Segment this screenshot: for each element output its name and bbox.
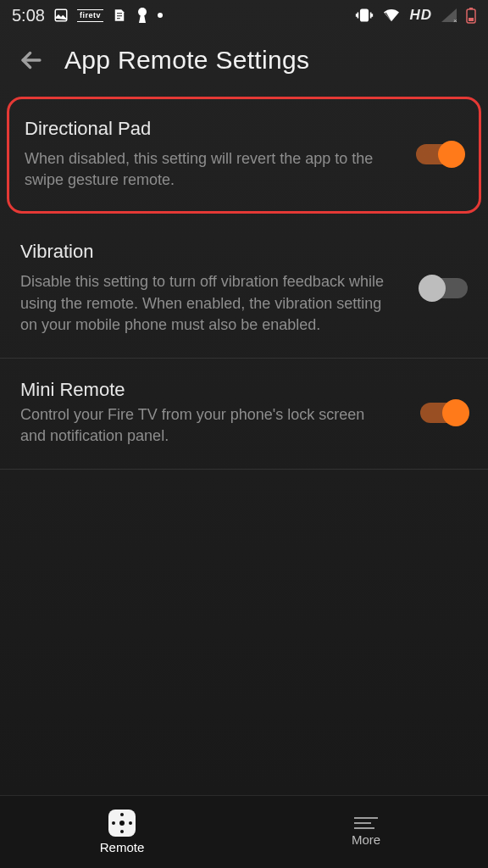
nav-remote-label: Remote <box>100 840 145 854</box>
document-icon <box>112 8 127 23</box>
setting-mini-remote[interactable]: Mini Remote Control your Fire TV from yo… <box>0 359 488 470</box>
setting-description: When disabled, this setting will revert … <box>25 148 397 191</box>
setting-description: Control your Fire TV from your phone's l… <box>20 404 393 447</box>
battery-icon <box>466 7 476 24</box>
remote-icon <box>108 810 136 837</box>
setting-description: Disable this setting to turn off vibrati… <box>20 271 393 336</box>
setting-text: Directional Pad When disabled, this sett… <box>25 118 401 191</box>
more-icon <box>354 817 378 829</box>
vibrate-icon <box>355 8 374 23</box>
setting-vibration[interactable]: Vibration Disable this setting to turn o… <box>0 220 488 359</box>
setting-directional-pad[interactable]: Directional Pad When disabled, this sett… <box>7 97 481 214</box>
toggle-mini-remote[interactable] <box>420 403 468 423</box>
setting-label: Mini Remote <box>20 379 405 401</box>
toggle-directional-pad[interactable] <box>416 144 463 164</box>
nav-remote[interactable]: Remote <box>0 796 244 868</box>
setting-label: Directional Pad <box>25 118 401 140</box>
setting-text: Mini Remote Control your Fire TV from yo… <box>20 379 405 447</box>
keyhole-icon <box>136 7 149 24</box>
setting-text: Vibration Disable this setting to turn o… <box>20 241 405 336</box>
settings-list: Directional Pad When disabled, this sett… <box>0 97 488 470</box>
signal-icon: × <box>441 8 458 23</box>
svg-text:×: × <box>453 17 458 23</box>
status-bar: 5:08 firetv HD × <box>0 0 488 31</box>
svg-rect-5 <box>469 8 473 9</box>
svg-rect-6 <box>469 18 474 21</box>
hd-indicator: HD <box>409 7 432 24</box>
header: App Remote Settings <box>0 31 488 97</box>
page-title: App Remote Settings <box>64 46 309 75</box>
wifi-icon <box>382 8 401 23</box>
picture-icon <box>53 8 69 23</box>
firetv-icon: firetv <box>77 9 103 22</box>
status-left: 5:08 firetv <box>12 6 163 25</box>
setting-label: Vibration <box>20 241 405 263</box>
status-right: HD × <box>355 7 476 24</box>
back-button[interactable] <box>17 46 46 75</box>
clock: 5:08 <box>12 6 45 25</box>
nav-more-label: More <box>352 832 380 847</box>
dot-icon <box>158 13 163 18</box>
bottom-nav: Remote More <box>0 795 488 868</box>
svg-rect-2 <box>361 9 368 21</box>
nav-more[interactable]: More <box>244 796 488 868</box>
toggle-vibration[interactable] <box>420 278 468 298</box>
